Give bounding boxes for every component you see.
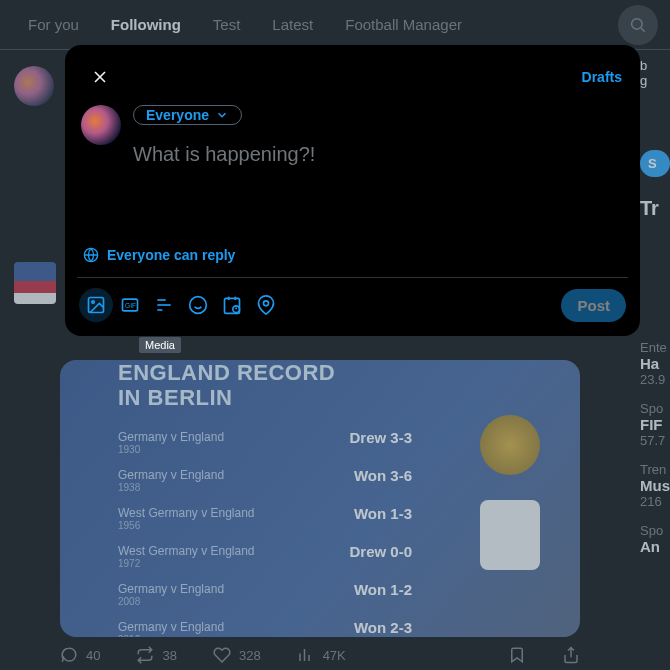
germany-crest-icon bbox=[480, 415, 540, 475]
close-icon bbox=[90, 67, 110, 87]
media-button[interactable] bbox=[79, 288, 113, 322]
gif-icon: GIF bbox=[120, 295, 140, 315]
svg-point-20 bbox=[264, 301, 269, 306]
like-count: 328 bbox=[239, 648, 261, 663]
gif-button[interactable]: GIF bbox=[113, 288, 147, 322]
tab-following[interactable]: Following bbox=[95, 0, 197, 50]
card-title: ENGLAND RECORDIN BERLIN bbox=[118, 360, 552, 411]
search-button[interactable] bbox=[618, 5, 658, 45]
sidebar-trends: bg S Tr EnteHa23.9 SpoFIF57.7 TrenMus216… bbox=[640, 58, 670, 569]
drafts-link[interactable]: Drafts bbox=[582, 69, 622, 85]
retweet-button[interactable]: 38 bbox=[136, 646, 176, 664]
svg-point-0 bbox=[632, 18, 643, 29]
svg-point-6 bbox=[92, 301, 95, 304]
schedule-icon bbox=[222, 295, 242, 315]
view-count: 47K bbox=[323, 648, 346, 663]
emoji-icon bbox=[188, 295, 208, 315]
reply-button[interactable]: 40 bbox=[60, 646, 100, 664]
svg-point-18 bbox=[233, 306, 240, 313]
media-tooltip: Media bbox=[139, 337, 181, 353]
like-button[interactable]: 328 bbox=[213, 646, 261, 664]
trend-item[interactable]: SpoAn bbox=[640, 523, 670, 555]
retweet-count: 38 bbox=[162, 648, 176, 663]
compose-modal: Drafts Everyone Everyone can reply GIF bbox=[65, 45, 640, 336]
post-button[interactable]: Post bbox=[561, 289, 626, 322]
reply-label: Everyone can reply bbox=[107, 247, 235, 263]
tab-football-manager[interactable]: Football Manager bbox=[329, 0, 478, 50]
england-crest-icon bbox=[480, 500, 540, 570]
trends-header: Tr bbox=[640, 197, 670, 220]
sky-sports-avatar[interactable] bbox=[14, 262, 56, 304]
poll-icon bbox=[154, 295, 174, 315]
record-row: Germany v England1938Won 3-6 bbox=[118, 461, 552, 499]
trend-item[interactable]: EnteHa23.9 bbox=[640, 340, 670, 387]
trend-item[interactable]: SpoFIF57.7 bbox=[640, 401, 670, 448]
reply-settings[interactable]: Everyone can reply bbox=[77, 243, 628, 278]
compose-input[interactable] bbox=[133, 143, 624, 223]
svg-point-12 bbox=[190, 297, 207, 314]
image-icon bbox=[86, 295, 106, 315]
tab-test[interactable]: Test bbox=[197, 0, 257, 50]
views-button[interactable]: 47K bbox=[297, 646, 346, 664]
bookmark-button[interactable] bbox=[508, 646, 526, 664]
schedule-button[interactable] bbox=[215, 288, 249, 322]
trend-item[interactable]: TrenMus216 bbox=[640, 462, 670, 509]
audience-selector[interactable]: Everyone bbox=[133, 105, 242, 125]
subscribe-button[interactable]: S bbox=[640, 150, 670, 177]
share-button[interactable] bbox=[562, 646, 580, 664]
globe-icon bbox=[83, 247, 99, 263]
compose-toolbar: GIF Post bbox=[77, 278, 628, 324]
close-button[interactable] bbox=[83, 60, 117, 94]
record-row: Germany v England2008Won 1-2 bbox=[118, 575, 552, 613]
location-icon bbox=[256, 295, 276, 315]
location-button[interactable] bbox=[249, 288, 283, 322]
avatar[interactable] bbox=[14, 66, 54, 106]
tweet-actions: 40 38 328 47K bbox=[60, 640, 580, 670]
chevron-down-icon bbox=[215, 108, 229, 122]
record-row: Germany v England2016Won 2-3 bbox=[118, 613, 552, 637]
search-icon bbox=[629, 16, 647, 34]
poll-button[interactable] bbox=[147, 288, 181, 322]
svg-line-1 bbox=[641, 28, 645, 32]
reply-count: 40 bbox=[86, 648, 100, 663]
tab-latest[interactable]: Latest bbox=[256, 0, 329, 50]
tweet-image[interactable]: ENGLAND RECORDIN BERLIN Germany v Englan… bbox=[60, 360, 580, 637]
tab-for-you[interactable]: For you bbox=[12, 0, 95, 50]
compose-avatar[interactable] bbox=[81, 105, 121, 145]
emoji-button[interactable] bbox=[181, 288, 215, 322]
audience-label: Everyone bbox=[146, 107, 209, 123]
svg-text:GIF: GIF bbox=[125, 302, 136, 309]
timeline-tabs: For you Following Test Latest Football M… bbox=[0, 0, 670, 50]
